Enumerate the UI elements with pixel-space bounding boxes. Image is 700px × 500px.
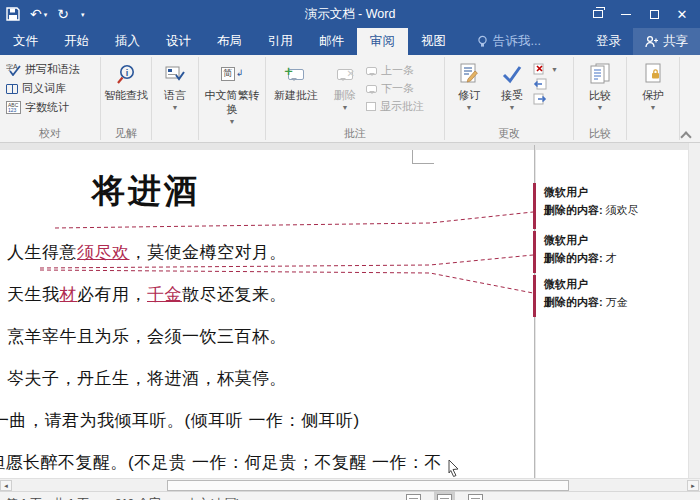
scroll-left-button[interactable]: ◄ (0, 480, 12, 491)
revision-deleted-text: 万金 (606, 296, 628, 308)
smart-lookup-button[interactable]: i 智能查找 (103, 58, 149, 103)
body-text: 烹羊宰牛且为乐，会须一饮三百杯。 (7, 327, 287, 346)
collapse-ribbon-button[interactable] (680, 131, 692, 139)
group-label-compare: 比较 (574, 126, 626, 141)
person-plus-icon (645, 35, 658, 48)
poem-line-4[interactable]: 岑夫子，丹丘生，将进酒，杯莫停。 (7, 367, 287, 390)
accept-dropdown-icon: ▼ (509, 104, 516, 113)
ribbon-tab-6[interactable]: 邮件 (306, 28, 357, 55)
revision-note-2[interactable]: 微软用户删除的内容: 才 (533, 231, 693, 273)
chinese-conversion-label: 中文简繁转换 (201, 89, 263, 117)
zoom-in-button[interactable]: ＋ (651, 495, 664, 500)
close-button[interactable]: ✕ (668, 0, 696, 28)
previous-comment-label: 上一条 (381, 63, 414, 78)
word-count-button[interactable]: ABC123字数统计 (6, 100, 94, 115)
spelling-grammar-button[interactable]: 字A拼写和语法 (6, 62, 94, 77)
ribbon-tab-7[interactable]: 审阅 (357, 28, 408, 55)
next-change-button[interactable] (533, 93, 567, 105)
next-comment-button[interactable]: 下一条 (366, 81, 436, 96)
poem-line-6[interactable]: 但愿长醉不复醒。(不足贵 一作：何足贵；不复醒 一作：不 (0, 451, 442, 474)
smart-lookup-label: 智能查找 (104, 89, 148, 103)
new-comment-button[interactable]: ＋ 新建批注 (268, 58, 324, 103)
zoom-out-button[interactable]: − (513, 496, 521, 500)
document-heading: 将进酒 (92, 169, 200, 214)
reject-dropdown-icon: ▼ (551, 66, 558, 73)
share-button[interactable]: 共享 (633, 28, 700, 55)
previous-change-button[interactable] (533, 78, 567, 90)
page-count-status[interactable]: 第 1 页，共 1 页 (6, 496, 89, 500)
body-text: 人生得意 (7, 243, 77, 262)
language-button[interactable]: 语言 ▼ (154, 58, 196, 113)
ribbon-display-options-button[interactable] (584, 0, 612, 28)
chinese-conversion-button[interactable]: 简↲ 中文简繁转换 ▼ (201, 58, 263, 126)
language-status[interactable]: 中文(中国) (186, 496, 240, 500)
ribbon-tab-4[interactable]: 布局 (204, 28, 255, 55)
divider (679, 57, 680, 140)
minimize-button[interactable] (612, 0, 640, 28)
ribbon-tab-2[interactable]: 插入 (102, 28, 153, 55)
ribbon-group-comments: ＋ 新建批注 ✕ 删除 ▼ 上一条 下一条 显示批注 批注 (266, 55, 444, 142)
maximize-button[interactable] (640, 0, 668, 28)
ribbon-tab-5[interactable]: 引用 (255, 28, 306, 55)
reject-button[interactable]: ▼ (533, 63, 567, 75)
poem-line-2[interactable]: 天生我材必有用，千金散尽还复来。 (7, 283, 287, 306)
delete-dropdown-icon: ▼ (342, 104, 349, 113)
thesaurus-button[interactable]: 同义词库 (6, 81, 94, 96)
revision-author: 微软用户 (544, 233, 588, 248)
word-count-icon: ABC123 (6, 101, 21, 114)
revision-author: 微软用户 (544, 277, 588, 292)
previous-comment-button[interactable]: 上一条 (366, 63, 436, 78)
body-text: 天生我 (7, 285, 60, 304)
horizontal-scroll-thumb[interactable] (167, 480, 569, 491)
protect-button[interactable]: 保护 ▼ (629, 58, 677, 113)
body-text: ，莫使金樽空对月。 (130, 243, 288, 262)
word-count-button-label: 字数统计 (25, 100, 69, 115)
chinese-conversion-dropdown-icon: ▼ (229, 118, 236, 127)
status-bar: 第 1 页，共 1 页 219 个字 中文(中国) − ＋ 100% (0, 491, 700, 500)
web-layout-button[interactable] (468, 494, 483, 500)
new-comment-icon: ＋ (288, 61, 304, 87)
inserted-text: 千金 (147, 285, 182, 304)
language-label: 语言 (164, 89, 186, 103)
ribbon-tab-0[interactable]: 文件 (0, 28, 51, 55)
read-mode-button[interactable] (406, 494, 421, 500)
tell-me-box[interactable]: 告诉我... (465, 28, 553, 55)
inserted-text: 须尽欢 (77, 243, 130, 262)
sign-in-button[interactable]: 登录 (584, 28, 633, 55)
poem-line-1[interactable]: 人生得意须尽欢，莫使金樽空对月。 (7, 241, 287, 264)
body-text: 岑夫子，丹丘生，将进酒，杯莫停。 (7, 369, 287, 388)
ribbon-group-protect: 保护 ▼ (627, 55, 679, 142)
accept-label: 接受 (501, 89, 523, 103)
accept-button[interactable]: 接受 ▼ (491, 58, 533, 113)
revision-author: 微软用户 (544, 185, 588, 200)
poem-line-3[interactable]: 烹羊宰牛且为乐，会须一饮三百杯。 (7, 325, 287, 348)
spelling-grammar-icon: 字A (6, 63, 21, 76)
word-count-status[interactable]: 219 个字 (115, 496, 160, 500)
show-comments-button[interactable]: 显示批注 (366, 99, 436, 114)
protect-icon (643, 61, 663, 87)
ribbon-group-compare: 比较 ▼ 比较 (574, 55, 626, 142)
compare-dropdown-icon: ▼ (597, 104, 604, 113)
scroll-right-button[interactable]: ► (687, 480, 699, 491)
new-comment-label: 新建批注 (274, 89, 318, 103)
print-layout-button[interactable] (437, 494, 452, 500)
revision-note-1[interactable]: 微软用户删除的内容: 须欢尽 (533, 183, 693, 229)
previous-comment-icon (366, 67, 377, 75)
accept-icon (501, 61, 523, 87)
ribbon-tab-8[interactable]: 视图 (408, 28, 459, 55)
poem-line-5[interactable]: 一曲，请君为我倾耳听。(倾耳听 一作：侧耳听) (0, 409, 360, 432)
group-label-insights: 见解 (101, 126, 151, 141)
show-comments-label: 显示批注 (380, 99, 424, 114)
revision-note-3[interactable]: 微软用户删除的内容: 万金 (533, 275, 693, 317)
ribbon-tab-1[interactable]: 开始 (51, 28, 102, 55)
track-changes-button[interactable]: 修订 ▼ (447, 58, 491, 113)
ribbon-tab-3[interactable]: 设计 (153, 28, 204, 55)
delete-comment-button[interactable]: ✕ 删除 ▼ (324, 58, 366, 113)
delete-comment-icon: ✕ (337, 61, 353, 87)
horizontal-scrollbar[interactable]: ◄ ► (0, 478, 700, 491)
compare-button[interactable]: 比较 ▼ (576, 58, 624, 113)
ribbon-display-icon (593, 10, 603, 18)
thesaurus-icon (6, 84, 18, 94)
title-bar: ↶▾ ↻ ▾ 演示文档 - Word ✕ (0, 0, 700, 28)
language-dropdown-icon: ▼ (172, 104, 179, 113)
